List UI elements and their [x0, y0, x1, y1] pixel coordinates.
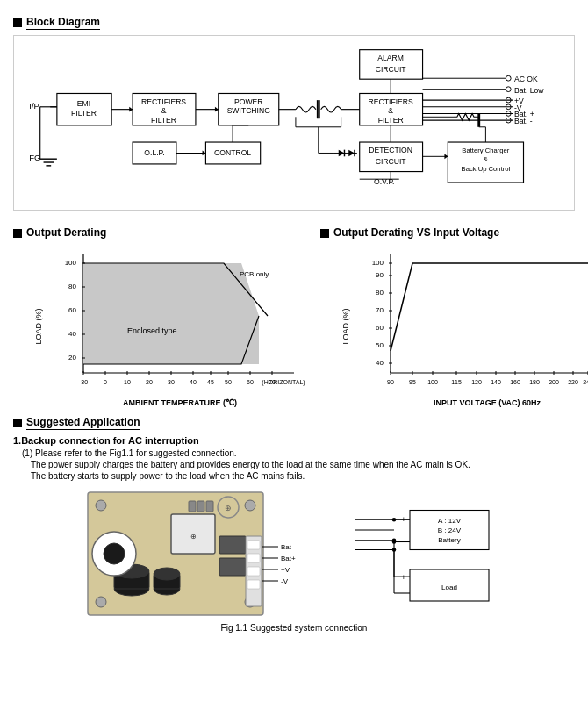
- suggested-app-header: Suggested Application: [13, 416, 575, 430]
- svg-text:50: 50: [225, 379, 232, 385]
- svg-text:POWER: POWER: [234, 97, 263, 106]
- system-diagram-caption: Fig 1.1 Suggested system connection: [13, 623, 575, 633]
- svg-text:⊕: ⊕: [190, 533, 197, 541]
- svg-text:-30: -30: [79, 379, 88, 385]
- output-derating-vs-svg: 100 90 80 70 60 50 40 90: [355, 246, 588, 395]
- svg-point-42: [506, 87, 511, 92]
- svg-point-174: [154, 568, 180, 580]
- svg-rect-185: [247, 541, 260, 549]
- output-derating-title: Output Derating: [26, 226, 106, 240]
- svg-text:40: 40: [190, 379, 197, 385]
- suggested-application-section: Suggested Application 1.Backup connectio…: [13, 416, 575, 633]
- svg-text:180: 180: [529, 379, 540, 385]
- svg-marker-74: [444, 154, 448, 159]
- svg-text:100: 100: [427, 379, 438, 385]
- backup-connection-title: 1.Backup connection for AC interruption: [13, 435, 575, 446]
- output-derating-vs-title: Output Derating VS Input Voltage: [333, 226, 499, 240]
- svg-rect-181: [206, 501, 213, 512]
- svg-text:80: 80: [68, 283, 76, 290]
- svg-rect-182: [219, 536, 246, 554]
- app-note: (1) Please refer to the Fig1.1 for sugge…: [22, 448, 575, 458]
- svg-text:DETECTION: DETECTION: [369, 146, 412, 154]
- svg-text:Back Up Control: Back Up Control: [462, 165, 511, 173]
- header-square-3: [320, 229, 329, 238]
- svg-text:FILTER: FILTER: [378, 116, 404, 125]
- svg-text:O.V.P.: O.V.P.: [374, 177, 394, 186]
- svg-text:&: &: [388, 106, 393, 115]
- svg-text:10: 10: [124, 379, 131, 385]
- svg-text:20: 20: [68, 354, 76, 362]
- system-diagram: ⊕ ⊕: [13, 488, 575, 619]
- svg-text:&: &: [161, 106, 167, 115]
- svg-text:Bat-: Bat-: [281, 543, 294, 551]
- output-derating-vs-input-section: Output Derating VS Input Voltage LOAD (%…: [320, 219, 588, 407]
- svg-text:100: 100: [372, 259, 384, 267]
- svg-text:95: 95: [409, 379, 416, 385]
- svg-marker-88: [83, 263, 259, 364]
- svg-text:115: 115: [451, 379, 462, 385]
- header-square-2: [13, 229, 22, 238]
- svg-text:RECTIFIERS: RECTIFIERS: [369, 97, 413, 106]
- derating-row: Output Derating LOAD (%): [13, 219, 575, 407]
- svg-text:FILTER: FILTER: [151, 116, 176, 125]
- svg-text:220: 220: [568, 379, 578, 385]
- svg-text:120: 120: [471, 379, 482, 385]
- svg-text:Bat. Low: Bat. Low: [514, 86, 544, 95]
- svg-text:ALARM: ALARM: [377, 54, 404, 62]
- svg-text:60: 60: [247, 379, 254, 385]
- svg-text:90: 90: [387, 379, 394, 385]
- svg-rect-188: [247, 580, 260, 589]
- svg-text:Bat. -: Bat. -: [514, 117, 533, 125]
- svg-point-178: [104, 543, 125, 564]
- output-derating-svg: 100 80 60 40 20 -30 0 10 20 30 40: [48, 246, 312, 395]
- svg-text:B : 24V: B : 24V: [438, 526, 462, 534]
- block-diagram-title: Block Diagram: [26, 16, 100, 30]
- svg-point-39: [506, 75, 511, 81]
- output-derating-section: Output Derating LOAD (%): [13, 219, 312, 407]
- svg-point-208: [392, 518, 397, 522]
- block-diagram-header: Block Diagram: [13, 16, 575, 30]
- svg-text:80: 80: [376, 289, 384, 297]
- svg-point-217: [392, 538, 397, 542]
- app-desc-2: The battery starts to supply power to th…: [31, 471, 575, 481]
- svg-text:+V: +V: [281, 566, 290, 574]
- svg-text:AC OK: AC OK: [514, 75, 538, 83]
- derating-y-label: LOAD (%): [34, 308, 43, 344]
- svg-text:160: 160: [510, 379, 520, 385]
- svg-text:45: 45: [207, 379, 214, 385]
- svg-text:-V: -V: [281, 577, 289, 585]
- svg-text:40: 40: [376, 359, 384, 367]
- svg-text:60: 60: [376, 324, 384, 332]
- fg-label: FG: [29, 153, 40, 162]
- svg-rect-187: [247, 567, 260, 576]
- svg-text:Battery Charger: Battery Charger: [462, 147, 509, 154]
- svg-text:PCB only: PCB only: [240, 270, 269, 278]
- header-square: [13, 18, 22, 27]
- svg-rect-180: [197, 501, 204, 512]
- svg-point-218: [392, 548, 397, 552]
- svg-text:CONTROL: CONTROL: [214, 148, 251, 157]
- svg-text:Enclosed type: Enclosed type: [127, 326, 177, 335]
- svg-text:A : 12V: A : 12V: [438, 517, 462, 525]
- svg-marker-76: [339, 150, 345, 157]
- output-derating-vs-chart-wrap: LOAD (%) 100 90 80 70 60 50 40: [355, 246, 588, 407]
- svg-marker-78: [348, 150, 355, 157]
- svg-text:EMI: EMI: [77, 99, 90, 108]
- output-derating-chart-wrap: LOAD (%) 100 80: [48, 246, 312, 407]
- svg-text:SWITCHING: SWITCHING: [227, 106, 271, 115]
- output-derating-header: Output Derating: [13, 226, 312, 240]
- svg-rect-186: [247, 554, 260, 562]
- svg-text:Load: Load: [441, 584, 457, 591]
- svg-text:200: 200: [549, 379, 559, 385]
- svg-marker-62: [203, 151, 206, 156]
- connection-diagram-svg: A : 12V B : 24V Battery +: [347, 488, 505, 619]
- svg-text:(HORIZONTAL): (HORIZONTAL): [262, 379, 305, 386]
- svg-text:100: 100: [65, 259, 77, 267]
- svg-text:Bat+: Bat+: [281, 555, 296, 562]
- system-board-svg: ⊕ ⊕: [83, 488, 329, 619]
- svg-text:CIRCUIT: CIRCUIT: [376, 157, 407, 166]
- svg-text:Battery: Battery: [438, 536, 462, 544]
- svg-text:140: 140: [491, 379, 501, 385]
- svg-text:240: 240: [583, 379, 588, 385]
- suggested-app-title: Suggested Application: [26, 416, 140, 430]
